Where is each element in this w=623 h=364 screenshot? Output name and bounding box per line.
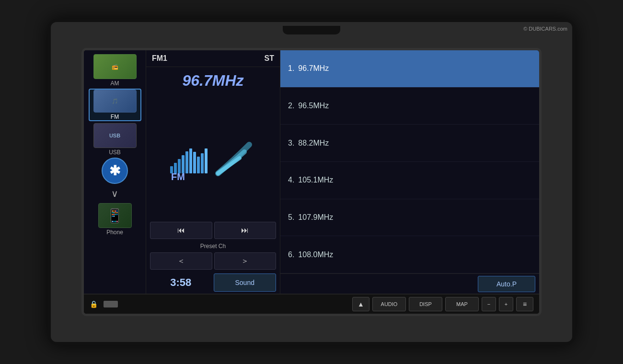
bluetooth-icon: ✱ xyxy=(109,163,120,179)
sidebar: 📻 AM 🎵 FM USB USB xyxy=(84,50,146,294)
next-track-button[interactable]: ⏭ xyxy=(214,222,277,239)
current-frequency: 96.7MHz xyxy=(182,72,243,89)
svg-text:FM: FM xyxy=(171,171,185,182)
freq-num-2: 2. xyxy=(288,102,294,110)
menu-button[interactable]: ≡ xyxy=(516,297,533,311)
freq-num-3: 3. xyxy=(288,139,294,148)
next-track-icon: ⏭ xyxy=(241,226,249,235)
prev-track-icon: ⏮ xyxy=(177,226,185,235)
channel-nav-controls: ＜ ＞ xyxy=(146,250,280,272)
freq-list-item-4[interactable]: 4.105.1MHz xyxy=(280,162,539,199)
center-panel: FM1 ST 96.7MHz xyxy=(146,50,280,294)
svg-rect-6 xyxy=(193,152,196,173)
disp-button[interactable]: DISP xyxy=(409,297,442,311)
sidebar-chevron-down[interactable]: ∨ xyxy=(109,186,120,201)
freq-list-item-6[interactable]: 6.108.0MHz xyxy=(280,236,539,273)
freq-list-item-3[interactable]: 3.88.2MHz xyxy=(280,125,539,162)
prev-track-button[interactable]: ⏮ xyxy=(150,222,212,239)
disp-label: DISP xyxy=(419,301,432,307)
fm-visual: FM xyxy=(146,94,280,219)
sidebar-item-bt[interactable]: ✱ xyxy=(102,158,128,184)
sidebar-item-usb[interactable]: USB USB xyxy=(89,123,141,156)
plus-icon: + xyxy=(505,301,508,307)
freq-value-6: 108.0MHz xyxy=(298,250,333,259)
freq-list-item-1[interactable]: 1.96.7MHz xyxy=(280,50,539,88)
bluetooth-button[interactable]: ✱ xyxy=(102,158,128,184)
freq-num-5: 5. xyxy=(288,213,294,222)
watermark: © DUBICARS.com xyxy=(523,26,567,32)
freq-num-1: 1. xyxy=(288,64,294,73)
menu-icon: ≡ xyxy=(523,300,527,308)
bottom-toolbar: 🔒 ▲ AUDIO DISP MAP − + ≡ xyxy=(84,294,539,314)
sidebar-item-am[interactable]: 📻 AM xyxy=(89,54,141,87)
eject-icon: ▲ xyxy=(358,300,364,308)
volume-minus-button[interactable]: − xyxy=(482,297,496,311)
audio-button[interactable]: AUDIO xyxy=(372,297,406,311)
auto-p-row: Auto.P xyxy=(280,273,539,294)
frequency-list-panel: 1.96.7MHz2.96.5MHz3.88.2MHz4.105.1MHz5.1… xyxy=(280,50,539,294)
svg-rect-8 xyxy=(201,153,204,173)
sidebar-item-am-label: AM xyxy=(111,80,119,87)
preset-channel-label: Preset Ch xyxy=(146,242,280,250)
svg-rect-5 xyxy=(189,148,192,173)
freq-value-3: 88.2MHz xyxy=(298,139,329,148)
auto-preset-label: Auto.P xyxy=(496,280,517,288)
prev-channel-button[interactable]: ＜ xyxy=(150,252,212,270)
freq-value-5: 107.9MHz xyxy=(298,213,333,222)
top-notch xyxy=(283,26,340,34)
svg-rect-7 xyxy=(197,157,200,173)
car-stereo-frame: © DUBICARS.com 📻 AM 🎵 xyxy=(48,19,575,345)
lock-icon: 🔒 xyxy=(90,300,98,308)
mode-label: FM1 xyxy=(152,54,167,63)
sidebar-item-phone[interactable]: 📱 Phone xyxy=(98,203,132,236)
battery-indicator xyxy=(104,301,118,307)
fm-signal-svg: FM xyxy=(165,130,261,183)
sidebar-item-phone-label: Phone xyxy=(106,229,123,236)
freq-num-4: 4. xyxy=(288,176,294,184)
usb-icon-img: USB xyxy=(109,133,120,138)
screen-bezel: 📻 AM 🎵 FM USB USB xyxy=(81,48,542,316)
svg-rect-9 xyxy=(205,148,208,173)
playback-controls: ⏮ ⏭ xyxy=(146,219,280,242)
frequency-list: 1.96.7MHz2.96.5MHz3.88.2MHz4.105.1MHz5.1… xyxy=(280,50,539,273)
sound-button[interactable]: Sound xyxy=(214,273,277,292)
screen-content: 📻 AM 🎵 FM USB USB xyxy=(84,50,539,294)
sidebar-item-fm[interactable]: 🎵 FM xyxy=(89,89,141,121)
freq-value-1: 96.7MHz xyxy=(298,64,329,73)
frequency-display: 96.7MHz xyxy=(146,67,280,94)
freq-list-item-5[interactable]: 5.107.9MHz xyxy=(280,199,539,237)
freq-list-item-2[interactable]: 2.96.5MHz xyxy=(280,88,539,125)
fm-icon-img: 🎵 xyxy=(112,98,118,104)
time-sound-row: 3:58 Sound xyxy=(146,272,280,294)
sound-label: Sound xyxy=(235,279,254,286)
freq-num-6: 6. xyxy=(288,250,294,259)
eject-button[interactable]: ▲ xyxy=(352,297,369,311)
auto-preset-button[interactable]: Auto.P xyxy=(478,276,535,292)
status-label: ST xyxy=(265,54,274,63)
svg-rect-3 xyxy=(182,155,185,173)
audio-label: AUDIO xyxy=(381,301,398,307)
freq-value-2: 96.5MHz xyxy=(298,102,329,110)
svg-rect-4 xyxy=(185,151,188,173)
sidebar-item-fm-label: FM xyxy=(111,114,119,120)
am-icon-img: 📻 xyxy=(112,64,118,69)
prev-ch-icon: ＜ xyxy=(177,256,185,266)
phone-icon: 📱 xyxy=(98,203,132,228)
next-ch-icon: ＞ xyxy=(241,256,249,266)
map-label: MAP xyxy=(456,301,468,307)
minus-icon: − xyxy=(487,301,490,307)
volume-plus-button[interactable]: + xyxy=(499,297,513,311)
freq-value-4: 105.1MHz xyxy=(298,176,333,184)
header-bar: FM1 ST xyxy=(146,50,280,67)
sidebar-item-usb-label: USB xyxy=(109,149,121,156)
clock-display: 3:58 xyxy=(150,276,212,289)
map-button[interactable]: MAP xyxy=(445,297,479,311)
next-channel-button[interactable]: ＞ xyxy=(214,252,277,270)
